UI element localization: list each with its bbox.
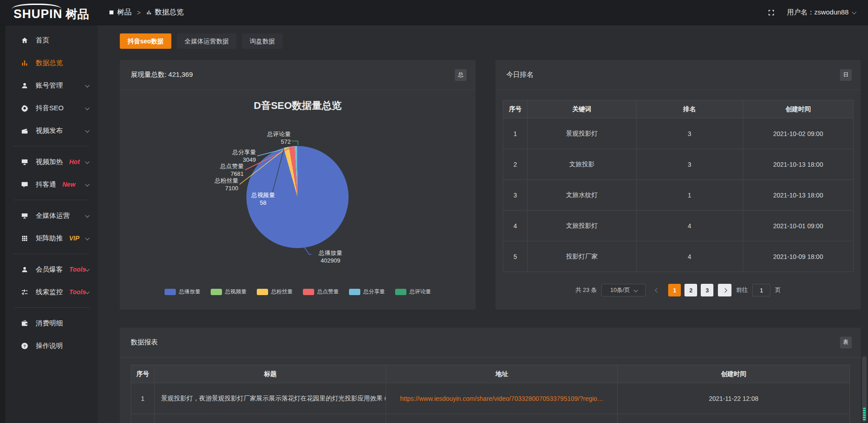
- legend-label: 总点赞量: [317, 288, 339, 296]
- pie-label-total-fans: 总粉丝量 7100: [198, 177, 238, 192]
- user-menu[interactable]: 用户名：zswodun88: [787, 8, 855, 17]
- sidebar-item-clue-monitor[interactable]: 线索监控Tools: [5, 281, 98, 303]
- tab-media-operation-data[interactable]: 全媒体运营数据: [177, 33, 236, 49]
- sidebar-item-video-publish[interactable]: 视频发布: [5, 119, 98, 142]
- scrollbar-stripes: [863, 408, 866, 420]
- sidebar-item-video-heat[interactable]: 视频加热Hot: [5, 150, 98, 173]
- sidebar-item-badge: VIP: [69, 235, 80, 242]
- pie-label-value: 7100: [198, 184, 238, 192]
- pie-label-total-shares: 总分享量 3049: [215, 148, 256, 164]
- table-cell: 2021-10-01 09:00: [743, 211, 853, 241]
- fullscreen-icon[interactable]: [767, 9, 775, 17]
- sidebar-item-badge: Tools: [69, 266, 86, 273]
- chevron-down-icon: [85, 213, 90, 217]
- ranking-panel-header: 今日排名 日: [495, 60, 861, 90]
- column-header: 标题: [155, 365, 386, 383]
- chevron-down-icon: [85, 83, 90, 87]
- chart-panel-header: 展现量总数: 421,369 总: [120, 60, 476, 90]
- chevron-down-icon: [85, 182, 90, 186]
- page-button-1[interactable]: 1: [668, 284, 681, 296]
- legend-swatch: [257, 289, 268, 295]
- prev-page-button[interactable]: [650, 284, 664, 296]
- table-cell: 2021-10-13 18:00: [743, 180, 853, 211]
- sidebar-item-douketong[interactable]: 抖客通New: [5, 173, 98, 196]
- tab-inquiry-data[interactable]: 询盘数据: [242, 33, 283, 49]
- ranking-panel-corner-button[interactable]: 日: [840, 69, 852, 81]
- column-header: 序号: [131, 365, 155, 383]
- legend-swatch: [165, 289, 176, 295]
- member-icon: [21, 266, 28, 273]
- ranking-panel-title: 今日排名: [506, 70, 533, 79]
- sidebar-item-matrix-boost[interactable]: 矩阵助推VIP: [5, 227, 98, 249]
- table-row: 3文旅水纹灯12021-10-13 18:00: [503, 180, 854, 211]
- table-row: 1景观投影灯32021-10-02 09:00: [503, 118, 854, 149]
- sidebar-item-home[interactable]: 首页: [5, 29, 98, 52]
- chart-panel-corner-button[interactable]: 总: [455, 69, 467, 81]
- legend-label: 总评论量: [410, 288, 431, 296]
- sidebar-item-account-management[interactable]: 账号管理: [5, 74, 98, 97]
- chart-legend: 总播放量总视频量总粉丝量总点赞量总分享量总评论量: [120, 288, 476, 296]
- address-cell: https://www.iesdouyin.com/share/video/70…: [386, 383, 618, 414]
- chart-icon: [21, 59, 28, 67]
- page-size-value: 10条/页: [610, 286, 630, 294]
- next-page-button[interactable]: [718, 284, 731, 296]
- legend-item[interactable]: 总分享量: [349, 288, 385, 296]
- sidebar-item-label: 账号管理: [36, 81, 63, 90]
- table-cell: 2021-10-09 18:00: [743, 241, 853, 272]
- video-link[interactable]: https://www.iesdouyin.com/share/video/70…: [400, 395, 604, 402]
- sidebar-item-badge: New: [62, 181, 75, 188]
- tab-douyin-seo-data[interactable]: 抖音seo数据: [120, 33, 171, 49]
- legend-item[interactable]: 总粉丝量: [257, 288, 293, 296]
- pie-label-total-videos: 总视频量 58: [236, 191, 290, 207]
- goto-suffix: 页: [775, 286, 781, 294]
- sidebar-item-media-operation[interactable]: 全媒体运营: [5, 204, 98, 227]
- chevron-down-icon: [852, 10, 856, 14]
- legend-item[interactable]: 总点赞量: [303, 288, 339, 296]
- app-header: SHUPIN 树品 树品 > 数据总览 用户名：zswodun88: [0, 0, 868, 25]
- goto-page-input[interactable]: [752, 284, 770, 296]
- legend-item[interactable]: 总视频量: [211, 288, 247, 296]
- sidebar-item-consumption-detail[interactable]: 消费明细: [5, 312, 98, 334]
- legend-swatch: [303, 289, 314, 295]
- table-row: 4文旅投影灯42021-10-01 09:00: [503, 211, 854, 241]
- sidebar-item-data-overview[interactable]: 数据总览: [5, 52, 98, 74]
- goto-label: 前往: [736, 286, 748, 294]
- chevron-right-icon: [722, 288, 727, 292]
- sidebar-item-operation-guide[interactable]: ?操作说明: [5, 334, 98, 357]
- breadcrumb: 树品 > 数据总览: [108, 8, 184, 17]
- user-icon: [21, 82, 28, 89]
- pie-label-name: 总粉丝量: [198, 177, 238, 184]
- sidebar-item-member-baoke[interactable]: 会员爆客Tools: [5, 258, 98, 281]
- pie-label-total-plays: 总播放量 402909: [312, 249, 349, 264]
- breadcrumb-current-label: 数据总览: [155, 8, 184, 17]
- sidebar-item-label: 视频发布: [36, 127, 63, 135]
- page-button-3[interactable]: 3: [701, 284, 713, 296]
- sidebar-item-douyin-seo[interactable]: 抖音SEO: [5, 97, 98, 119]
- pie-label-name: 总点赞量: [203, 162, 244, 170]
- table-cell: 文旅投影: [528, 149, 636, 180]
- sidebar-item-label: 抖客通: [36, 180, 56, 189]
- sidebar-item-label: 全媒体运营: [36, 212, 70, 220]
- sidebar-divider: [14, 200, 90, 200]
- breadcrumb-item-home[interactable]: 树品: [108, 8, 132, 17]
- breadcrumb-item-current[interactable]: 数据总览: [146, 8, 184, 17]
- table-header-row: 序号标题地址创建时间: [131, 365, 850, 383]
- table-cell: 投影灯厂家: [528, 241, 636, 272]
- data-tabs: 抖音seo数据全媒体运营数据询盘数据: [120, 33, 861, 49]
- breadcrumb-separator: >: [137, 9, 141, 16]
- logo-text-cn: 树品: [66, 3, 89, 22]
- report-panel-corner-button[interactable]: 表: [840, 337, 852, 348]
- app: { "colors": { "accent": "#f0820d", "link…: [0, 0, 868, 423]
- page-button-2[interactable]: 2: [684, 284, 697, 296]
- sidebar-item-label: 会员爆客: [36, 265, 63, 274]
- page-size-select[interactable]: 10条/页: [601, 284, 646, 296]
- scrollbar-thumb[interactable]: [862, 356, 867, 422]
- logo: SHUPIN 树品: [0, 3, 98, 22]
- legend-item[interactable]: 总播放量: [165, 288, 201, 296]
- legend-label: 总播放量: [179, 288, 201, 296]
- legend-item[interactable]: 总评论量: [395, 288, 431, 296]
- legend-label: 总视频量: [225, 288, 247, 296]
- header-right: 用户名：zswodun88: [767, 8, 868, 17]
- page-buttons: 123: [668, 284, 713, 296]
- pie-label-value: 402909: [312, 257, 349, 264]
